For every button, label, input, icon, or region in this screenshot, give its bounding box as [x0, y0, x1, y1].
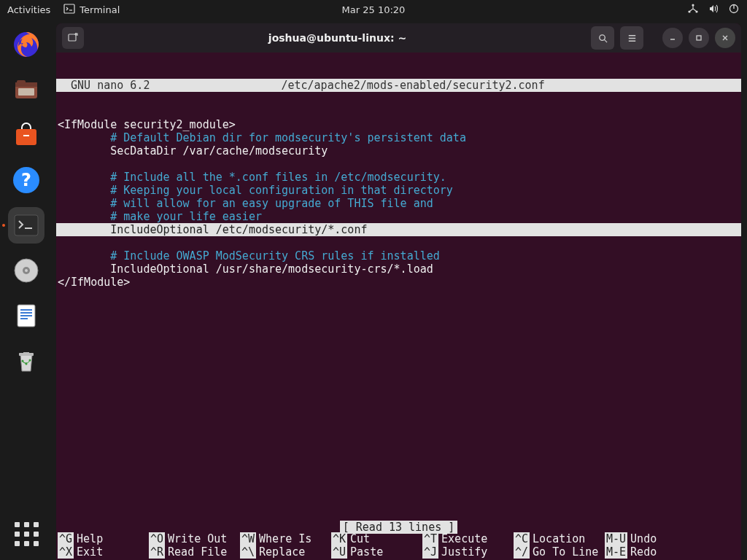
shortcut-key: ^U — [331, 545, 347, 559]
network-icon[interactable] — [687, 3, 699, 17]
shortcut-label: Undo — [630, 532, 657, 545]
svg-rect-22 — [20, 315, 32, 316]
editor-line: </IfModule> — [56, 276, 741, 289]
svg-rect-30 — [697, 36, 701, 40]
shortcut-key: ^J — [422, 545, 438, 559]
editor-line: # Include all the *.conf files in /etc/m… — [56, 171, 741, 184]
shortcut-key: ^X — [58, 545, 74, 559]
minimize-button[interactable] — [662, 28, 683, 48]
dock-files[interactable] — [8, 71, 44, 108]
shortcut-key: ^K — [331, 532, 347, 545]
power-icon[interactable] — [728, 3, 740, 17]
svg-point-29 — [599, 34, 605, 40]
dock-disk[interactable] — [8, 252, 44, 289]
shortcut-key: ^O — [149, 532, 165, 545]
shortcut-label: Redo — [630, 545, 657, 559]
dock-text-editor[interactable] — [8, 298, 44, 334]
shortcut-key: ^/ — [514, 545, 530, 559]
editor-line: # Default Debian dir for modsecurity's p… — [56, 131, 741, 144]
shortcut-label: Location — [533, 532, 585, 545]
editor-line: # will allow for an easy upgrade of THIS… — [56, 197, 741, 210]
nano-shortcut: ^RRead File — [149, 545, 240, 559]
editor-line — [56, 158, 741, 171]
svg-rect-9 — [18, 88, 34, 96]
shortcut-label: Execute — [441, 532, 487, 545]
shortcut-label: Read File — [168, 545, 227, 559]
close-button[interactable] — [715, 28, 735, 48]
search-button[interactable] — [591, 26, 614, 50]
show-applications-button[interactable] — [10, 518, 42, 550]
shortcut-label: Paste — [350, 545, 383, 559]
editor-line — [56, 236, 741, 249]
dock: ? — [0, 19, 53, 560]
terminal-body[interactable]: GNU nano 6.2 /etc/apache2/mods-enabled/s… — [56, 52, 741, 560]
clock[interactable]: Mar 25 10:20 — [342, 4, 406, 15]
editor-line: IncludeOptional /usr/share/modsecurity-c… — [56, 262, 741, 276]
shortcut-key: ^G — [58, 532, 74, 545]
nano-shortcut: ^GHelp — [58, 532, 149, 545]
nano-shortcut: ^KCut — [331, 532, 422, 545]
svg-rect-0 — [64, 4, 74, 13]
active-app-label: Terminal — [80, 4, 120, 15]
nano-shortcut: ^TExecute — [422, 532, 514, 545]
nano-shortcut: ^XExit — [58, 545, 149, 559]
svg-text:?: ? — [21, 170, 31, 190]
nano-header: GNU nano 6.2 /etc/apache2/mods-enabled/s… — [56, 79, 741, 92]
dock-terminal[interactable] — [8, 207, 44, 244]
nano-shortcut: M-ERedo — [605, 545, 663, 559]
svg-rect-14 — [15, 215, 38, 236]
svg-rect-28 — [69, 34, 76, 41]
nano-shortcut: ^UPaste — [331, 545, 422, 559]
editor-line: # make your life easier — [56, 210, 741, 223]
svg-rect-20 — [20, 309, 32, 311]
shortcut-key: ^T — [422, 532, 438, 545]
volume-icon[interactable] — [708, 3, 719, 17]
shortcut-key: ^W — [240, 532, 256, 545]
editor-line: SecDataDir /var/cache/modsecurity — [56, 144, 741, 158]
shortcut-key: M-U — [605, 532, 627, 545]
window-titlebar: joshua@ubuntu-linux: ~ — [56, 23, 741, 52]
nano-shortcut: ^\Replace — [240, 545, 331, 559]
nano-shortcuts: ^GHelp^OWrite Out^WWhere Is^KCut^TExecut… — [56, 532, 741, 560]
nano-file-path: /etc/apache2/mods-enabled/security2.conf — [281, 79, 544, 92]
hamburger-menu-button[interactable] — [620, 26, 643, 50]
shortcut-key: ^R — [149, 545, 165, 559]
new-tab-button[interactable] — [62, 27, 84, 49]
window-title: joshua@ubuntu-linux: ~ — [90, 32, 585, 44]
svg-rect-21 — [20, 312, 32, 314]
shortcut-label: Replace — [259, 545, 305, 559]
shortcut-key: ^C — [514, 532, 530, 545]
dock-software[interactable] — [8, 117, 44, 153]
editor-line: # Keeping your local configuration in th… — [56, 184, 741, 197]
nano-shortcut: ^/Go To Line — [514, 545, 605, 559]
activities-button[interactable]: Activities — [7, 4, 50, 15]
svg-rect-23 — [20, 318, 28, 319]
dock-firefox[interactable] — [8, 26, 44, 63]
shortcut-key: ^\ — [240, 545, 256, 559]
shortcut-label: Write Out — [168, 532, 227, 545]
nano-content[interactable]: <IfModule security2_module> # Default De… — [56, 118, 741, 289]
terminal-window: joshua@ubuntu-linux: ~ GNU nano 6.2 /etc… — [56, 23, 741, 560]
shortcut-label: Help — [77, 532, 103, 545]
nano-shortcut: ^JJustify — [422, 545, 514, 559]
shortcut-key: M-E — [605, 545, 627, 559]
shortcut-label: Where Is — [259, 532, 311, 545]
active-app-indicator[interactable]: Terminal — [63, 3, 120, 17]
svg-point-18 — [25, 269, 28, 272]
editor-line: # Include OWASP ModSecurity CRS rules if… — [56, 249, 741, 262]
maximize-button[interactable] — [689, 28, 709, 48]
dock-help[interactable]: ? — [8, 162, 44, 198]
nano-shortcut: ^WWhere Is — [240, 532, 331, 545]
dock-trash[interactable] — [8, 343, 44, 379]
shortcut-label: Cut — [350, 532, 370, 545]
shortcut-label: Exit — [77, 545, 103, 559]
gnome-topbar: Activities Terminal Mar 25 10:20 — [0, 0, 747, 19]
nano-app-label: GNU nano 6.2 — [58, 79, 150, 92]
shortcut-label: Justify — [441, 545, 487, 559]
svg-rect-8 — [17, 80, 26, 84]
editor-line: IncludeOptional /etc/modsecurity/*.conf — [56, 223, 741, 236]
nano-shortcut: ^CLocation — [514, 532, 605, 545]
nano-shortcut: M-UUndo — [605, 532, 663, 545]
shortcut-label: Go To Line — [533, 545, 598, 559]
terminal-icon — [63, 3, 75, 17]
